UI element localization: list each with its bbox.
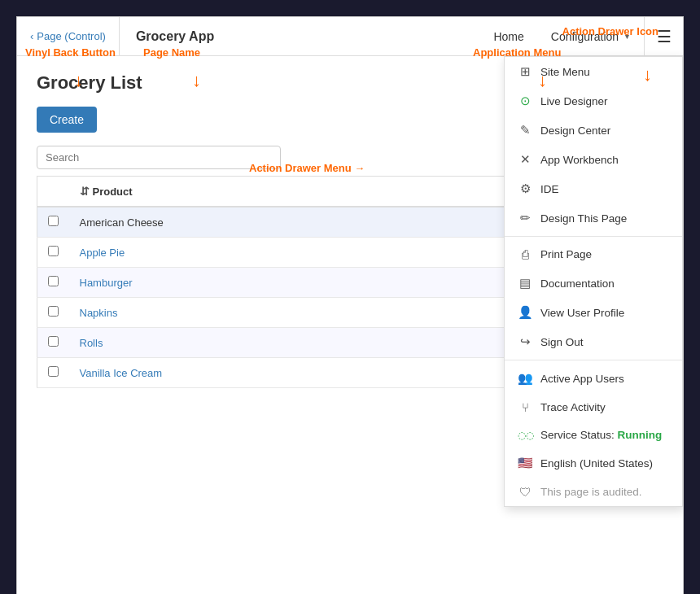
menu-item-live-designer[interactable]: ⊙ Live Designer	[505, 86, 682, 116]
shield-icon: 🛡	[518, 485, 532, 499]
sort-icon: ⇵	[80, 185, 90, 198]
menu-item-sign-out[interactable]: ↪ Sign Out	[505, 327, 682, 356]
trace-icon: ⑂	[518, 400, 532, 414]
row-checkbox-cell	[37, 207, 70, 238]
menu-item-language[interactable]: 🇺🇸 English (United States)	[505, 448, 682, 478]
users-icon: 👥	[518, 371, 532, 386]
menu-item-view-user-profile[interactable]: 👤 View User Profile	[505, 298, 682, 327]
product-link[interactable]: Rolls	[80, 337, 103, 349]
menu-label-app-workbench: App Workbench	[540, 154, 619, 166]
user-icon: 👤	[518, 305, 532, 320]
row-checkbox-cell	[37, 358, 70, 388]
product-column-label: Product	[93, 186, 133, 198]
row-checkbox[interactable]	[48, 216, 59, 226]
nav-configuration[interactable]: Configuration	[537, 17, 644, 55]
menu-item-print-page[interactable]: ⎙ Print Page	[505, 240, 682, 269]
back-button-label: Page (Control)	[37, 30, 106, 42]
row-checkbox-cell	[37, 298, 70, 328]
product-link[interactable]: Apple Pie	[80, 247, 125, 259]
menu-item-documentation[interactable]: ▤ Documentation	[505, 269, 682, 298]
product-link[interactable]: Vanilla Ice Cream	[80, 367, 163, 379]
doc-icon: ▤	[518, 276, 532, 290]
vinyl-back-button[interactable]: ‹ Page (Control)	[17, 17, 120, 55]
menu-label-documentation: Documentation	[540, 277, 615, 290]
product-link[interactable]: Napkins	[80, 307, 118, 319]
wrench-icon: ✕	[518, 152, 532, 167]
menu-label-ide: IDE	[540, 183, 559, 195]
signout-icon: ↪	[518, 334, 532, 349]
table-header-checkbox	[37, 177, 70, 207]
top-bar: ‹ Page (Control) Grocery App Home Config…	[17, 17, 683, 56]
toggle-icon: ⊙	[518, 94, 532, 108]
menu-label-language: English (United States)	[540, 457, 653, 470]
menu-item-trace-activity[interactable]: ⑂ Trace Activity	[505, 393, 682, 421]
menu-item-design-this-page[interactable]: ✏ Design This Page	[505, 203, 682, 233]
action-drawer-button[interactable]: ☰	[644, 17, 683, 56]
menu-label-design-this-page: Design This Page	[540, 212, 627, 225]
back-chevron: ‹	[30, 30, 33, 42]
menu-label-live-designer: Live Designer	[540, 95, 608, 107]
menu-label-service-status: Service Status: Running	[540, 429, 662, 441]
status-icon: ◌◌	[518, 430, 532, 441]
menu-label-site-menu: Site Menu	[540, 66, 590, 78]
menu-item-design-center[interactable]: ✎ Design Center	[505, 116, 682, 145]
row-checkbox[interactable]	[48, 336, 59, 347]
menu-item-service-status[interactable]: ◌◌ Service Status: Running	[505, 421, 682, 448]
menu-label-view-user-profile: View User Profile	[540, 307, 624, 319]
pencil2-icon: ✏	[518, 211, 532, 225]
row-checkbox[interactable]	[48, 246, 59, 256]
gear-icon: ⚙	[518, 181, 532, 196]
page-name: Grocery App	[120, 29, 480, 44]
pencil-icon: ✎	[518, 123, 532, 138]
row-checkbox[interactable]	[48, 276, 59, 286]
search-input[interactable]	[37, 146, 281, 169]
flag-icon: 🇺🇸	[518, 456, 532, 470]
menu-item-ide[interactable]: ⚙ IDE	[505, 174, 682, 203]
row-checkbox[interactable]	[48, 306, 59, 317]
status-value: Running	[618, 429, 663, 441]
nav-home[interactable]: Home	[479, 17, 536, 55]
menu-label-active-app-users: Active App Users	[540, 373, 624, 385]
app-container: Vinyl Back Button Page Name Application …	[16, 16, 684, 594]
row-checkbox[interactable]	[48, 366, 59, 377]
row-checkbox-cell	[37, 328, 70, 358]
top-bar-nav: Home Configuration	[479, 17, 644, 55]
menu-label-print-page: Print Page	[540, 248, 592, 260]
menu-item-audited: 🛡 This page is audited.	[505, 478, 682, 506]
divider-1	[505, 236, 682, 237]
action-drawer-icon: ☰	[657, 27, 672, 46]
row-checkbox-cell	[37, 268, 70, 298]
menu-item-active-app-users[interactable]: 👥 Active App Users	[505, 364, 682, 393]
menu-item-app-workbench[interactable]: ✕ App Workbench	[505, 145, 682, 174]
row-checkbox-cell	[37, 238, 70, 268]
dropdown-menu: ⊞ Site Menu ⊙ Live Designer ✎ Design Cen…	[504, 56, 683, 507]
menu-label-trace-activity: Trace Activity	[540, 401, 606, 413]
menu-item-site-menu[interactable]: ⊞ Site Menu	[505, 57, 682, 86]
menu-label-design-center: Design Center	[540, 124, 610, 137]
product-text: American Cheese	[80, 216, 164, 229]
product-link[interactable]: Hamburger	[80, 277, 133, 289]
menu-label-audited: This page is audited.	[540, 486, 642, 498]
divider-2	[505, 360, 682, 360]
create-button[interactable]: Create	[37, 107, 97, 133]
printer-icon: ⎙	[518, 247, 532, 261]
menu-label-sign-out: Sign Out	[540, 336, 584, 348]
grid-icon: ⊞	[518, 64, 532, 79]
